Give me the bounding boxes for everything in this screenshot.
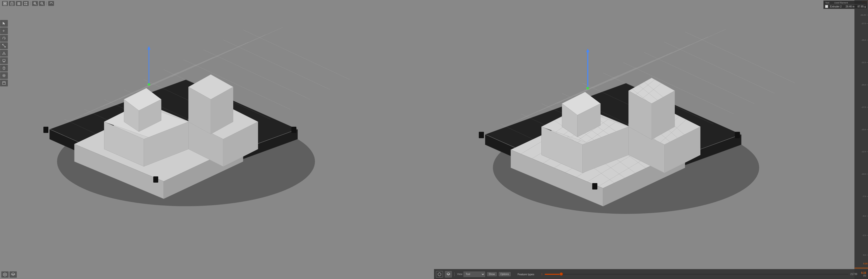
right-3d-scene: ORIGINAL PRUSA [434,0,868,279]
svg-rect-182 [479,132,484,138]
ruler-tick-5: -5.0 [857,215,868,217]
svg-marker-22 [3,22,5,25]
layer-slider-track[interactable] [545,274,848,275]
svg-rect-40 [2,82,5,84]
layers-button[interactable] [16,1,22,6]
slider-min-label[interactable]: 1 [541,273,542,276]
ruler-tick-22: -22.5 [857,61,868,64]
move-tool[interactable]: ✛ [0,27,8,34]
svg-rect-9 [18,4,20,5]
svg-line-15 [35,4,36,5]
arrange-button[interactable] [23,1,29,6]
paint-tool[interactable] [0,57,8,64]
zoom-out-button[interactable] [39,1,45,6]
ruler-tick-17: -17.5 [857,106,868,108]
delete-button[interactable] [9,1,15,6]
toolbar-top [0,0,434,7]
svg-rect-183 [592,183,597,190]
svg-line-19 [42,4,43,5]
svg-rect-85 [291,127,297,133]
sidebar-tools: ✛ [0,20,9,86]
svg-rect-13 [26,4,27,5]
svg-point-35 [3,62,4,62]
svg-rect-1 [4,2,6,4]
bottom-separator [454,272,455,276]
svg-line-52 [171,27,283,77]
svg-line-62 [243,30,350,80]
svg-line-112 [685,32,795,83]
add-model-button[interactable] [2,1,8,6]
support-tool[interactable] [0,64,8,72]
ruler-orange-marker [855,268,868,268]
info-header: Tool Used filament [825,1,866,4]
layer-value-display: 0.15 (0) [861,272,866,277]
bottom-left-icons [1,271,17,278]
show-button[interactable]: Show [487,272,497,276]
svg-point-181 [586,87,589,89]
zoom-in-button[interactable] [32,1,38,6]
viewport-left: ✛ [0,0,434,279]
view-layers-button[interactable] [445,271,452,278]
svg-line-25 [2,44,5,47]
bottom-toolbar: View Tool Feature type Height Speed Show… [434,269,868,279]
svg-line-61 [223,40,330,89]
perspective-tool[interactable] [0,80,8,86]
slider-thumb[interactable] [560,273,563,276]
undo-button[interactable] [48,1,54,6]
ruler-tick-27: -27.5 [857,22,868,25]
layers-view-icon[interactable] [9,271,17,278]
svg-point-82 [148,83,150,86]
ruler-tick-15: -15.0 [857,129,868,131]
layer-slider-area: 1 21739 [541,273,857,276]
svg-marker-91 [11,275,15,276]
toolbar-separator-1 [30,1,31,5]
svg-point-31 [4,54,5,55]
svg-rect-84 [153,176,158,183]
viewport-right: Tool Used filament Extruder 2 29.46 m 87… [434,0,868,279]
svg-rect-7 [18,2,20,3]
svg-rect-12 [24,4,26,5]
ruler-tick-25: -25.0 [857,39,868,41]
svg-rect-184 [735,132,740,138]
svg-marker-180 [586,49,589,52]
svg-point-39 [3,75,4,76]
svg-rect-83 [43,127,49,133]
slider-fill [545,274,560,275]
svg-rect-34 [3,59,5,61]
cut-tool[interactable] [0,50,8,57]
extruder-label: Extruder 2 [830,5,841,8]
scale-tool[interactable] [0,42,8,49]
svg-marker-187 [447,274,450,275]
options-button[interactable]: Options [499,272,510,276]
filament-weight: 87.85 g [858,5,866,8]
rotate-tool[interactable] [0,35,8,42]
svg-marker-81 [147,46,150,50]
svg-marker-37 [3,66,5,69]
svg-rect-8 [18,3,20,4]
svg-line-111 [664,42,775,93]
svg-text:✛: ✛ [2,29,5,32]
ruler-tick-2: -2.5 [857,234,868,236]
ruler-marker-value: 0.15 [863,262,868,265]
seam-tool[interactable] [0,72,8,79]
svg-point-36 [4,62,5,62]
svg-point-30 [2,54,3,55]
info-filament-header: Used filament [834,1,848,4]
view-select-group: View Tool Feature type Height Speed [457,272,485,277]
main-container: ✛ [0,0,868,279]
svg-line-102 [611,29,726,81]
ruler-tick-7: -7.5 [857,195,868,197]
view-cube-button[interactable] [436,271,443,278]
ruler-tick-20: -20.0 [857,84,868,86]
ruler-right: 27.05 17% -28.25 -27.5 -25.0 -22.5 -20.0 [855,0,868,279]
ruler-tick-12: -12.5 [857,150,868,153]
ruler-tick-0: 0.0 [857,254,868,256]
select-tool[interactable] [0,20,8,27]
info-panel: Tool Used filament Extruder 2 29.46 m 87… [824,0,868,9]
slider-max-label: 21739 [850,273,857,276]
svg-rect-10 [24,2,26,3]
ruler-tick-10: -10.0 [857,173,868,175]
view-mode-select[interactable]: Tool Feature type Height Speed [464,272,485,277]
info-tool-header: Tool [825,1,829,4]
cube-view-icon[interactable] [1,271,9,278]
